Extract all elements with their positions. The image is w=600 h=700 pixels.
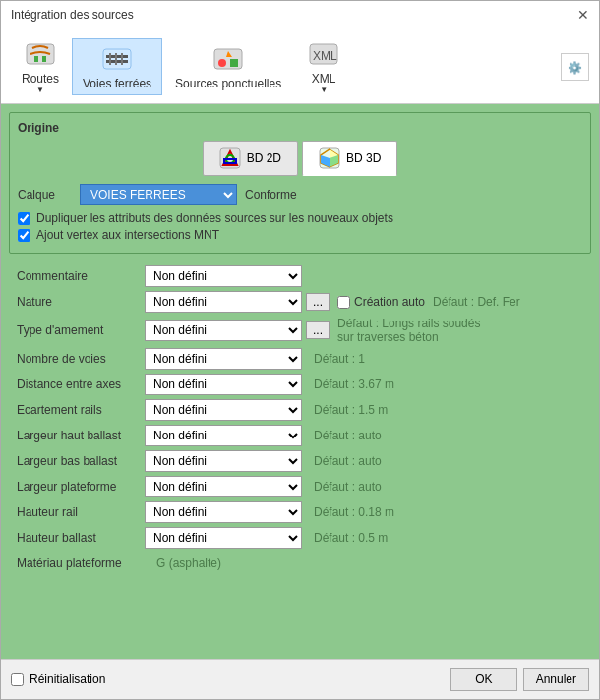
origine-section: Origine BD 2D BD 3D Calque: [9, 112, 591, 254]
toolbar: Routes ▼ Voies ferrées Sources ponctuell…: [1, 29, 599, 104]
field-select-ecartement-rails[interactable]: Non défini: [145, 399, 302, 421]
field-label-materiau-plateforme: Matériau plateforme: [17, 556, 145, 570]
xml-icon: XML: [308, 38, 339, 70]
calque-row: Calque VOIES FERREES Conforme: [18, 184, 582, 205]
field-dots-btn-nature[interactable]: ...: [306, 293, 330, 311]
field-select-hauteur-rail[interactable]: Non défini: [145, 501, 302, 523]
field-default-nature: Défaut : Def. Fer: [433, 295, 520, 309]
calque-select[interactable]: VOIES FERREES: [80, 184, 237, 205]
toolbar-sources-ponctuelles[interactable]: Sources ponctuelles: [164, 38, 292, 95]
field-row-largeur-bas-ballast: Largeur bas ballastNon définiDéfaut : au…: [17, 450, 583, 472]
tab-bd3d-label: BD 3D: [346, 151, 381, 165]
toolbar-voies-ferrees[interactable]: Voies ferrées: [72, 38, 162, 95]
field-label-largeur-bas-ballast: Largeur bas ballast: [17, 454, 145, 468]
svg-rect-1: [34, 56, 38, 62]
field-default-largeur-haut-ballast: Défaut : auto: [314, 429, 382, 442]
sources-ponctuelles-icon: [212, 43, 244, 75]
main-window: Intégration des sources ✕ Routes ▼ Voies…: [0, 0, 600, 700]
field-label-largeur-plateforme: Largeur plateforme: [17, 480, 145, 494]
main-content: Origine BD 2D BD 3D Calque: [1, 104, 599, 659]
svg-rect-12: [230, 59, 238, 67]
svg-rect-6: [109, 53, 111, 65]
field-default-ecartement-rails: Défaut : 1.5 m: [314, 403, 388, 417]
creation-auto-checkbox-nature[interactable]: [337, 296, 350, 309]
field-row-ecartement-rails: Ecartement railsNon définiDéfaut : 1.5 m: [17, 399, 583, 421]
field-default-materiau-plateforme: G (asphalte): [156, 556, 221, 570]
creation-auto-label-nature: Création auto: [354, 295, 425, 309]
origine-title: Origine: [18, 121, 582, 135]
voies-ferrees-icon: [101, 43, 133, 75]
field-row-nombre-de-voies: Nombre de voiesNon définiDéfaut : 1: [17, 348, 583, 370]
svg-text:XML: XML: [313, 49, 337, 63]
ok-button[interactable]: OK: [450, 668, 516, 691]
field-default-hauteur-rail: Défaut : 0.18 m: [314, 505, 394, 519]
field-label-ecartement-rails: Ecartement rails: [17, 403, 145, 417]
bd3d-icon: [319, 147, 340, 169]
tab-bd3d[interactable]: BD 3D: [302, 141, 397, 176]
creation-auto-nature: Création auto: [337, 295, 425, 309]
field-select-type-damement[interactable]: Non défini: [145, 320, 302, 341]
titlebar: Intégration des sources ✕: [1, 1, 599, 29]
svg-rect-8: [121, 53, 123, 65]
gear-icon: ⚙️: [568, 61, 582, 75]
field-select-hauteur-ballast[interactable]: Non défini: [145, 527, 302, 549]
tab-bd2d-label: BD 2D: [247, 151, 281, 165]
checkbox-reinitialisation[interactable]: [11, 673, 24, 686]
toolbar-xml[interactable]: XML XML ▼: [294, 33, 353, 99]
window-title: Intégration des sources: [11, 8, 134, 22]
field-row-largeur-plateforme: Largeur plateformeNon définiDéfaut : aut…: [17, 476, 583, 497]
field-select-distance-entre-axes[interactable]: Non défini: [145, 374, 302, 395]
fields-container: CommentaireNon définiNatureNon défini...…: [17, 265, 583, 574]
field-label-type-damement: Type d'amement: [17, 323, 145, 337]
field-row-hauteur-rail: Hauteur railNon définiDéfaut : 0.18 m: [17, 501, 583, 523]
field-select-nombre-de-voies[interactable]: Non défini: [145, 348, 302, 370]
footer-buttons: OK Annuler: [450, 668, 589, 691]
field-label-hauteur-ballast: Hauteur ballast: [17, 531, 145, 545]
conforme-link[interactable]: Conforme: [245, 188, 297, 202]
bd2d-icon: [219, 147, 241, 169]
field-select-nature[interactable]: Non défini: [145, 291, 302, 313]
voies-ferrees-label: Voies ferrées: [83, 77, 151, 90]
tab-row: BD 2D BD 3D: [18, 141, 582, 176]
field-dots-btn-type-damement[interactable]: ...: [306, 321, 330, 339]
checkbox-dupliquer[interactable]: [18, 212, 30, 225]
field-label-largeur-haut-ballast: Largeur haut ballast: [17, 429, 145, 442]
field-row-largeur-haut-ballast: Largeur haut ballastNon définiDéfaut : a…: [17, 425, 583, 446]
tab-bd2d[interactable]: BD 2D: [203, 141, 298, 176]
field-select-largeur-bas-ballast[interactable]: Non défini: [145, 450, 302, 472]
calque-label: Calque: [18, 188, 72, 202]
field-row-commentaire: CommentaireNon défini: [17, 265, 583, 287]
field-default-nombre-de-voies: Défaut : 1: [314, 352, 365, 366]
field-default-largeur-bas-ballast: Défaut : auto: [314, 454, 382, 468]
sources-ponctuelles-label: Sources ponctuelles: [175, 77, 281, 90]
field-label-hauteur-rail: Hauteur rail: [17, 505, 145, 519]
field-select-largeur-haut-ballast[interactable]: Non défini: [145, 425, 302, 446]
field-label-commentaire: Commentaire: [17, 269, 145, 283]
routes-icon: [25, 38, 56, 70]
checkbox-dupliquer-label: Dupliquer les attributs des données sour…: [36, 211, 393, 225]
gear-button[interactable]: ⚙️: [561, 53, 589, 81]
checkbox-ajout-row: Ajout vertex aux intersections MNT: [18, 228, 582, 242]
routes-label: Routes: [22, 72, 59, 86]
field-row-nature: NatureNon défini...Création autoDéfaut :…: [17, 291, 583, 313]
svg-point-11: [218, 59, 226, 67]
xml-arrow: ▼: [320, 86, 328, 94]
footer-left: Réinitialisation: [11, 672, 105, 686]
field-label-nombre-de-voies: Nombre de voies: [17, 352, 145, 366]
close-button[interactable]: ✕: [577, 7, 589, 23]
field-default-largeur-plateforme: Défaut : auto: [314, 480, 382, 494]
field-extra-type-damement: ...: [306, 321, 330, 339]
field-label-nature: Nature: [17, 295, 145, 309]
cancel-button[interactable]: Annuler: [523, 668, 589, 691]
toolbar-routes[interactable]: Routes ▼: [11, 33, 70, 99]
fields-section: CommentaireNon définiNatureNon défini...…: [9, 260, 591, 651]
footer: Réinitialisation OK Annuler: [1, 659, 599, 699]
checkbox-ajout-label: Ajout vertex aux intersections MNT: [36, 228, 219, 242]
field-row-hauteur-ballast: Hauteur ballastNon définiDéfaut : 0.5 m: [17, 527, 583, 549]
field-select-commentaire[interactable]: Non défini: [145, 265, 302, 287]
field-extra-nature: ...Création auto: [306, 293, 425, 311]
checkbox-ajout[interactable]: [18, 229, 30, 242]
field-default-distance-entre-axes: Défaut : 3.67 m: [314, 378, 394, 391]
field-row-distance-entre-axes: Distance entre axesNon définiDéfaut : 3.…: [17, 374, 583, 395]
field-select-largeur-plateforme[interactable]: Non défini: [145, 476, 302, 497]
